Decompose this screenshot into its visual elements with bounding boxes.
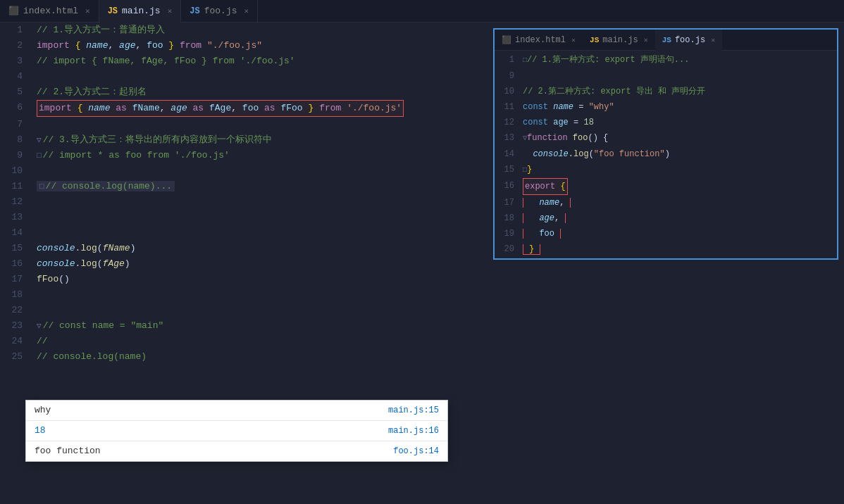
tab-label: main.js [602, 35, 638, 45]
line-number: 13 [495, 130, 523, 146]
line-number: 12 [0, 194, 34, 210]
right-code-container: 1 □// 1.第一种方式: export 声明语句... 9 10 // 2.… [495, 51, 837, 258]
close-icon[interactable]: ✕ [711, 36, 715, 44]
table-row: 14 console.log("foo function") [495, 146, 837, 162]
line-content: ▽// const name = "main" [34, 318, 844, 334]
table-row: 23 ▽// const name = "main" [0, 318, 844, 334]
tab-label: index.html [23, 6, 78, 16]
tab-foo-js[interactable]: JS foo.js ✕ [181, 0, 258, 23]
line-content: □// 1.第一种方式: export 声明语句... [523, 52, 837, 68]
line-number: 6 [0, 100, 34, 115]
table-row: 18 [0, 287, 844, 303]
line-number: 15 [0, 241, 34, 256]
line-number: 1 [495, 52, 523, 68]
table-row: 17 name, [495, 195, 837, 210]
peek-link[interactable]: foo.js:14 [393, 443, 439, 459]
close-icon[interactable]: ✕ [168, 6, 173, 15]
right-tab-index-html[interactable]: ⬛ index.html ✕ [495, 30, 583, 51]
peek-value: why [35, 403, 388, 418]
table-row: 16 export { [495, 178, 837, 195]
tab-index-html[interactable]: ⬛ index.html ✕ [0, 0, 99, 23]
line-number: 17 [495, 195, 523, 210]
js2-icon: JS [662, 36, 671, 44]
line-content: age, [523, 210, 837, 226]
line-content: ▽function foo() { [523, 130, 837, 146]
line-content: // 2.第二种方式: export 导出 和 声明分开 [523, 84, 837, 99]
line-number: 24 [0, 334, 34, 349]
line-number: 14 [0, 225, 34, 241]
line-number: 17 [0, 272, 34, 287]
table-row: 17 fFoo() [0, 272, 844, 287]
line-content: name, [523, 195, 837, 210]
line-content: // console.log(name) [34, 349, 844, 365]
line-number: 11 [495, 99, 523, 115]
line-number: 10 [495, 84, 523, 99]
close-icon[interactable]: ✕ [571, 36, 576, 44]
line-number: 4 [0, 69, 34, 84]
line-number: 18 [0, 287, 34, 303]
line-number: 25 [0, 349, 34, 365]
close-icon[interactable]: ✕ [85, 6, 90, 15]
line-content: export { [523, 178, 837, 195]
line-content: const age = 18 [523, 115, 837, 130]
tab-main-js[interactable]: JS main.js ✕ [99, 0, 182, 23]
line-number: 14 [495, 146, 523, 162]
table-row: 24 // [0, 334, 844, 349]
right-tab-foo-js[interactable]: JS foo.js ✕ [655, 30, 722, 51]
peek-value: foo function [35, 443, 393, 459]
editor-area: 1 // 1.导入方式一：普通的导入 2 import { name, age,… [0, 23, 844, 504]
js2-icon: JS [190, 6, 199, 16]
table-row: 15 □} [495, 162, 837, 178]
table-row: 11 const name = "why" [495, 99, 837, 115]
line-number: 23 [0, 318, 34, 334]
line-number: 16 [0, 256, 34, 272]
table-row: 19 foo [495, 226, 837, 241]
tab-label: foo.js [204, 6, 237, 16]
line-number: 9 [0, 148, 34, 163]
html-icon: ⬛ [502, 35, 511, 44]
line-number: 22 [0, 303, 34, 318]
list-item[interactable]: 18 main.js:16 [26, 421, 447, 441]
line-number: 10 [0, 163, 34, 179]
tab-label: index.html [515, 35, 566, 45]
table-row: 12 const age = 18 [495, 115, 837, 130]
line-content: □} [523, 162, 837, 178]
peek-value: 18 [35, 423, 388, 439]
line-number: 7 [0, 117, 34, 132]
line-content: // [34, 334, 844, 349]
line-number: 9 [495, 68, 523, 84]
line-number: 18 [495, 210, 523, 226]
line-content: foo [523, 226, 837, 241]
table-row: 20 } [495, 241, 837, 257]
tab-bar: ⬛ index.html ✕ JS main.js ✕ JS foo.js ✕ [0, 0, 844, 23]
table-row: 25 // console.log(name) [0, 349, 844, 365]
line-number: 11 [0, 179, 34, 194]
line-number: 3 [0, 53, 34, 69]
tab-label: foo.js [675, 35, 705, 45]
peek-link[interactable]: main.js:15 [388, 403, 439, 418]
line-number: 20 [495, 241, 523, 257]
table-row: 10 // 2.第二种方式: export 导出 和 声明分开 [495, 84, 837, 99]
right-panel: ⬛ index.html ✕ JS main.js ✕ JS foo.js ✕ … [493, 28, 838, 260]
line-number: 12 [495, 115, 523, 130]
line-number: 19 [495, 226, 523, 241]
line-content: const name = "why" [523, 99, 837, 115]
list-item[interactable]: foo function foo.js:14 [26, 441, 447, 461]
line-number: 8 [0, 132, 34, 148]
list-item[interactable]: why main.js:15 [26, 401, 447, 421]
html-icon: ⬛ [8, 6, 19, 16]
line-number: 5 [0, 84, 34, 100]
line-number: 2 [0, 38, 34, 53]
table-row: 13 ▽function foo() { [495, 130, 837, 146]
peek-link[interactable]: main.js:16 [388, 423, 439, 439]
table-row: 9 [495, 68, 837, 84]
line-number: 1 [0, 23, 34, 38]
peek-panel: why main.js:15 18 main.js:16 foo functio… [25, 400, 448, 462]
line-number: 16 [495, 178, 523, 195]
table-row: 18 age, [495, 210, 837, 226]
close-icon[interactable]: ✕ [244, 6, 249, 15]
close-icon[interactable]: ✕ [644, 36, 648, 44]
table-row: 22 [0, 303, 844, 318]
table-row: 1 □// 1.第一种方式: export 声明语句... [495, 52, 837, 68]
right-tab-main-js[interactable]: JS main.js ✕ [583, 30, 655, 51]
